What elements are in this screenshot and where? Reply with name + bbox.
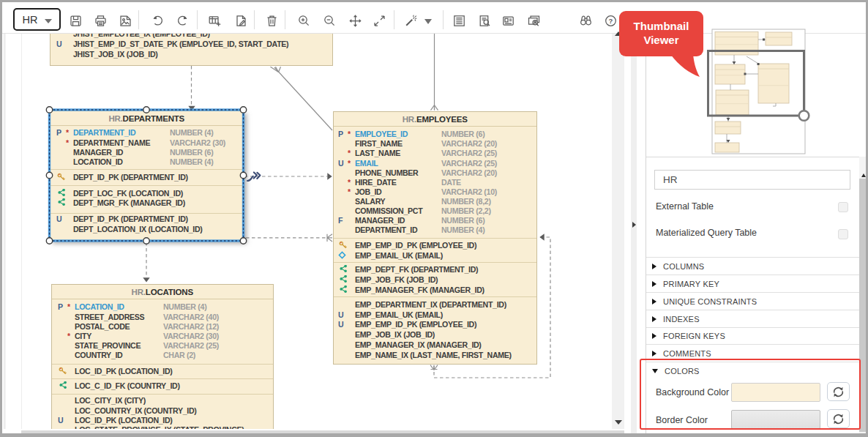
svg-text:?: ?	[608, 17, 613, 25]
